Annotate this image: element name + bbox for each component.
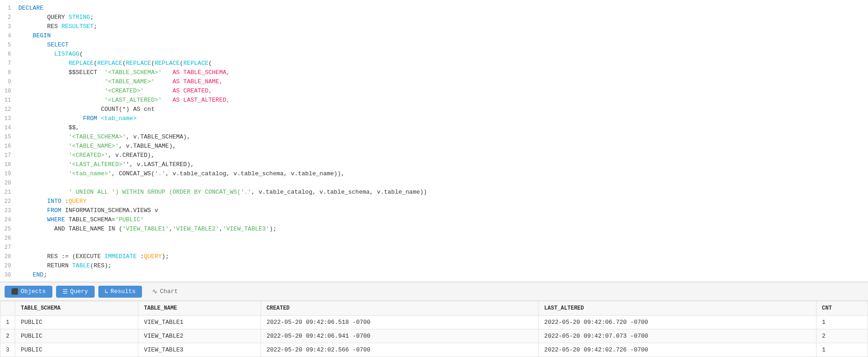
line-content: END; — [18, 271, 868, 280]
row-number: 1 — [0, 316, 15, 329]
line-content: $$, — [18, 123, 868, 132]
code-line: 27 — [0, 243, 868, 252]
line-content: '<CREATED>' AS CREATED, — [18, 86, 868, 96]
line-content: '<TABLE_SCHEMA>', v.TABLE_SCHEMA), — [18, 132, 868, 142]
code-line: 30 END; — [0, 271, 868, 280]
column-header: TABLE_SCHEMA — [15, 301, 138, 316]
table-cell: 2 — [816, 329, 868, 343]
table-cell: 2022-05-20 09:42:02.726 -0700 — [539, 343, 816, 357]
line-content: COUNT(*) AS cnt — [18, 105, 868, 114]
code-line: 9 '<TABLE_NAME>' AS TABLE_NAME, — [0, 77, 868, 86]
line-content: ' UNION ALL ') WITHIN GROUP (ORDER BY CO… — [18, 188, 868, 197]
line-content: RETURN TABLE(RES); — [18, 261, 868, 271]
row-number: 3 — [0, 343, 15, 357]
table-cell: VIEW_TABLE2 — [138, 329, 261, 343]
line-number: 27 — [0, 243, 18, 252]
code-line: 20 — [0, 178, 868, 188]
table-cell: PUBLIC — [15, 316, 138, 329]
line-number: 25 — [0, 225, 18, 234]
code-line: 13 FROM <tab_name> — [0, 114, 868, 123]
line-content: AND TABLE_NAME IN ('VIEW_TABLE1','VIEW_T… — [18, 225, 868, 234]
query-button[interactable]: ☰ Query — [56, 286, 95, 298]
code-line: 14 $$, — [0, 123, 868, 132]
line-number: 29 — [0, 261, 18, 271]
line-content: '<LAST_ALTERED>' AS LAST_ALTERED, — [18, 96, 868, 105]
code-line: 5 SELECT — [0, 40, 868, 50]
column-header: TABLE_NAME — [138, 301, 261, 316]
code-line: 10 '<CREATED>' AS CREATED, — [0, 86, 868, 96]
code-editor[interactable]: 1DECLARE2 QUERY STRING;3 RES RESULTSET;4… — [0, 0, 868, 282]
objects-icon: ⬛ — [11, 288, 18, 295]
line-number: 13 — [0, 114, 18, 123]
line-content: '<CREATED>', v.CREATED), — [18, 151, 868, 160]
line-content: '<TABLE_NAME>', v.TABLE_NAME), — [18, 142, 868, 151]
line-number: 26 — [0, 234, 18, 243]
results-button[interactable]: ↳ Results — [98, 286, 142, 298]
line-number: 17 — [0, 151, 18, 160]
line-number: 7 — [0, 59, 18, 68]
line-number: 21 — [0, 188, 18, 197]
line-number: 4 — [0, 31, 18, 40]
line-number: 10 — [0, 86, 18, 96]
line-content: LISTAGG( — [18, 50, 868, 59]
code-line: 3 RES RESULTSET; — [0, 22, 868, 31]
code-line: 29 RETURN TABLE(RES); — [0, 261, 868, 271]
code-line: 25 AND TABLE_NAME IN ('VIEW_TABLE1','VIE… — [0, 225, 868, 234]
line-content: WHERE TABLE_SCHEMA='PUBLIC' — [18, 215, 868, 225]
line-number: 5 — [0, 40, 18, 50]
code-line: 24 WHERE TABLE_SCHEMA='PUBLIC' — [0, 215, 868, 225]
code-line: 11 '<LAST_ALTERED>' AS LAST_ALTERED, — [0, 96, 868, 105]
results-label: Results — [110, 288, 136, 295]
line-content: SELECT — [18, 40, 868, 50]
line-content: '<tab_name>', CONCAT_WS('.', v.table_cat… — [18, 169, 868, 178]
toolbar: ⬛ Objects ☰ Query ↳ Results ∿ Chart — [0, 282, 868, 301]
line-content: '<TABLE_NAME>' AS TABLE_NAME, — [18, 77, 868, 86]
line-number: 28 — [0, 252, 18, 261]
table-cell: VIEW_TABLE3 — [138, 343, 261, 357]
objects-button[interactable]: ⬛ Objects — [5, 286, 52, 298]
code-line: 8 $$SELECT '<TABLE_SCHEMA>' AS TABLE_SCH… — [0, 68, 868, 77]
query-label: Query — [70, 288, 88, 295]
line-number: 11 — [0, 96, 18, 105]
line-number: 30 — [0, 271, 18, 280]
code-line: 26 — [0, 234, 868, 243]
query-icon: ☰ — [62, 288, 68, 295]
chart-label: Chart — [160, 288, 178, 295]
column-header: LAST_ALTERED — [539, 301, 816, 316]
line-number: 1 — [0, 4, 18, 13]
table-cell: VIEW_TABLE1 — [138, 316, 261, 329]
table-cell: 2022-05-20 09:42:06.518 -0700 — [261, 316, 538, 329]
results-area: TABLE_SCHEMATABLE_NAMECREATEDLAST_ALTERE… — [0, 301, 868, 357]
code-line: 18 '<LAST_ALTERED>'', v.LAST_ALTERED), — [0, 160, 868, 169]
code-line: 28 RES := (EXECUTE IMMEDIATE :QUERY); — [0, 252, 868, 261]
line-content: RES RESULTSET; — [18, 22, 868, 31]
code-line: 7 REPLACE(REPLACE(REPLACE(REPLACE(REPLAC… — [0, 59, 868, 68]
code-line: 1DECLARE — [0, 4, 868, 13]
code-line: 16 '<TABLE_NAME>', v.TABLE_NAME), — [0, 142, 868, 151]
line-number: 24 — [0, 215, 18, 225]
line-content: FROM INFORMATION_SCHEMA.VIEWS v — [18, 206, 868, 215]
chart-button[interactable]: ∿ Chart — [146, 285, 184, 298]
code-line: 15 '<TABLE_SCHEMA>', v.TABLE_SCHEMA), — [0, 132, 868, 142]
code-line: 22 INTO :QUERY — [0, 197, 868, 206]
line-number: 19 — [0, 169, 18, 178]
line-content: FROM <tab_name> — [18, 114, 868, 123]
column-header: CNT — [816, 301, 868, 316]
table-cell: 2022-05-20 09:42:02.566 -0700 — [261, 343, 538, 357]
chart-icon: ∿ — [152, 288, 158, 295]
line-content: DECLARE — [18, 4, 868, 13]
line-number: 16 — [0, 142, 18, 151]
table-row: 3PUBLICVIEW_TABLE32022-05-20 09:42:02.56… — [0, 343, 868, 357]
results-icon: ↳ — [105, 288, 108, 295]
code-line: 17 '<CREATED>', v.CREATED), — [0, 151, 868, 160]
line-number: 8 — [0, 68, 18, 77]
line-content: REPLACE(REPLACE(REPLACE(REPLACE(REPLACE( — [18, 59, 868, 68]
line-content: BEGIN — [18, 31, 868, 40]
column-header: CREATED — [261, 301, 538, 316]
line-number: 23 — [0, 206, 18, 215]
table-cell: 1 — [816, 343, 868, 357]
table-cell: PUBLIC — [15, 329, 138, 343]
line-number: 15 — [0, 132, 18, 142]
line-number: 6 — [0, 50, 18, 59]
code-line: 6 LISTAGG( — [0, 50, 868, 59]
